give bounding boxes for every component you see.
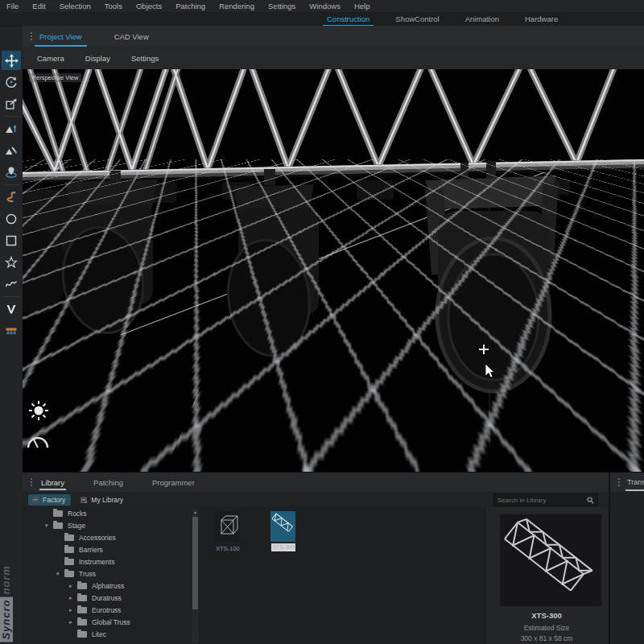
rotate-tool-icon[interactable] [2,72,21,92]
spline-tool-icon[interactable] [2,188,21,207]
star-tool-icon[interactable] [2,253,21,272]
folder-icon [77,619,87,625]
tree-item-litec[interactable]: Litec [23,628,200,640]
tab-display[interactable]: Display [85,54,110,63]
menu-patching[interactable]: Patching [175,2,205,10]
expand-arrow-icon[interactable] [69,595,77,601]
item-details-panel: XTS-300 Estimated Size 300 x 81 x 58 cm [485,507,608,644]
tab-construction[interactable]: Construction [327,13,369,26]
tree-item-accessories[interactable]: Accessories [23,531,200,543]
library-tab-bar: Library Patching Programmer [23,473,644,492]
syncronorm-watermark: Syncronorm [1,563,11,642]
tab-transform-partial[interactable]: Trans [627,478,644,486]
tree-scrollbar[interactable]: ▴ [192,509,198,643]
menu-tools[interactable]: Tools [105,2,122,10]
folder-icon [53,522,63,529]
tab-hardware[interactable]: Hardware [525,13,558,26]
application-window: File Edit Selection Tools Objects Patchi… [0,0,644,644]
tree-item-truss[interactable]: Truss [23,568,200,580]
gauge-gizmo-icon[interactable] [28,438,47,448]
scroll-up-arrow-icon[interactable]: ▴ [192,509,198,515]
tree-item-eurotruss[interactable]: Eurotruss [23,604,200,616]
item-preview [500,514,601,606]
tab-programmer[interactable]: Programmer [151,475,196,490]
folder-icon [77,631,87,638]
tab-animation[interactable]: Animation [465,13,499,26]
move-tool-icon[interactable] [2,51,21,70]
viewport-3d[interactable]: Perspective View [23,69,644,472]
tree-item-stage[interactable]: Stage [23,519,200,531]
tree-item-duratruss[interactable]: Duratruss [23,592,200,604]
folder-icon [77,607,87,613]
tree-item-rocks[interactable]: Rocks [23,507,200,519]
truss-cube-thumbnail-icon [215,511,240,542]
tree-item-alphatruss[interactable]: Alphatruss [23,580,200,592]
viewport-label: Perspective View [29,73,81,82]
details-size-label: Estimated Size [485,624,608,632]
folder-icon [53,510,63,517]
place-tool-icon[interactable] [2,94,21,114]
expand-arrow-icon[interactable] [69,607,77,613]
scrollbar-thumb[interactable] [192,517,198,609]
factory-label: Factory [43,496,65,504]
panel-grip-icon[interactable] [30,477,33,487]
transform-panel-partial: Trans [609,473,644,644]
terrain-raise-tool-icon[interactable] [2,119,21,138]
search-icon[interactable] [587,497,594,504]
tab-library[interactable]: Library [39,475,66,490]
expand-arrow-icon[interactable] [69,619,77,625]
tab-cad-view[interactable]: CAD View [114,32,149,41]
item-label-selected[interactable]: XTS-300 [271,543,295,551]
workspace-tab-bar: Construction ShowControl Animation Hardw… [0,12,644,26]
menu-selection[interactable]: Selection [60,2,91,10]
details-size-value: 300 x 81 x 58 cm [485,634,608,642]
circle-tool-icon[interactable] [2,209,21,229]
terrain-paint-tool-icon[interactable] [2,141,21,160]
menu-help[interactable]: Help [354,2,370,10]
moving-head-1[interactable] [55,171,158,340]
tree-label: Stage [68,522,85,530]
rectangle-tool-icon[interactable] [2,231,21,250]
expand-arrow-icon[interactable] [56,571,64,577]
item-label: XTS-100 [203,545,253,552]
viewport-toolbar: Camera Display Settings [23,47,644,70]
menu-file[interactable]: File [6,2,19,10]
freehand-tool-icon[interactable] [2,275,21,294]
sun-light-icon[interactable] [29,401,48,420]
factory-button[interactable]: Factory [28,494,71,506]
library-panel: Library Patching Programmer Factory My L… [23,472,644,644]
menu-windows[interactable]: Windows [309,2,341,10]
moving-head-3[interactable] [425,161,559,391]
tree-label: Duratruss [92,594,122,602]
my-library-button[interactable]: My Library [76,494,129,506]
transform-panel-body [610,492,644,644]
menu-objects[interactable]: Objects [136,2,162,10]
tab-camera[interactable]: Camera [37,54,64,63]
search-input[interactable] [494,497,587,504]
tree-label: Barriers [79,546,103,554]
tree-item-global-truss[interactable]: Global Truss [23,616,200,628]
drop-target-tool-icon[interactable] [2,163,21,182]
tree-label: Accessories [79,534,116,542]
library-toolbar: Factory My Library [23,492,644,507]
my-library-icon [80,496,88,504]
tree-item-barriers[interactable]: Barriers [23,543,200,555]
tab-showcontrol[interactable]: ShowControl [395,13,439,26]
fixture-bar-tool-icon[interactable] [2,321,21,341]
vertex-tool-icon[interactable] [2,299,21,319]
moving-head-2[interactable] [222,169,319,361]
menu-rendering[interactable]: Rendering [219,2,254,10]
tab-settings[interactable]: Settings [131,54,159,63]
item-xts-300-selected[interactable] [270,511,295,542]
item-xts-100[interactable] [215,511,240,542]
expand-arrow-icon[interactable] [45,522,53,529]
panel-grip-icon[interactable] [617,477,621,487]
menu-edit[interactable]: Edit [32,2,45,10]
watermark-syncro: Syncro [0,597,13,642]
menu-settings[interactable]: Settings [268,2,295,10]
tab-patching[interactable]: Patching [92,475,125,490]
panel-grip-icon[interactable] [30,31,33,41]
tree-item-instruments[interactable]: Instruments [23,555,200,568]
tab-project-view[interactable]: Project View [39,32,82,41]
expand-arrow-icon[interactable] [69,583,77,589]
